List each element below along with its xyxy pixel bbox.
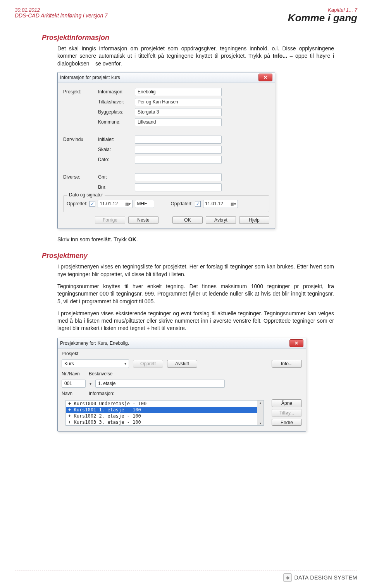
date-oppdatert[interactable]: 11.01.12▦▾ bbox=[203, 200, 238, 208]
list-item[interactable]: + Kurs1000 Underetasje - 100 bbox=[66, 401, 257, 407]
label-skala: Skala: bbox=[98, 147, 135, 152]
section1-title: Prosjektinformasjon bbox=[42, 34, 357, 42]
endre-button[interactable]: Endre bbox=[272, 419, 302, 426]
scroll-down-icon[interactable]: ▾ bbox=[259, 421, 262, 425]
footer-brand: DATA DESIGN SYSTEM bbox=[294, 574, 357, 581]
info-button[interactable]: Info... bbox=[272, 360, 302, 368]
label-beskrivelse: Beskrivelse bbox=[89, 371, 112, 377]
label-byggeplass: Byggeplass: bbox=[98, 109, 135, 115]
logo-icon: ◆ bbox=[283, 573, 292, 582]
date-signature-legend: Dato og signatur bbox=[67, 192, 105, 198]
label-dorvindu: Dør/vindu bbox=[63, 137, 98, 142]
apne-button[interactable]: Åpne bbox=[272, 399, 302, 407]
label-informasjon: Informasjon: bbox=[98, 89, 135, 95]
ok-button[interactable]: OK bbox=[172, 216, 203, 224]
section2-p2: Tegningsnummer knyttes til hver enkelt t… bbox=[57, 283, 334, 305]
input-informasjon[interactable]: Enebolig bbox=[135, 88, 222, 96]
header-product: DDS-CAD Arkitekt innføring i versjon 7 bbox=[15, 13, 108, 18]
input-kommune[interactable]: Lillesand bbox=[135, 118, 222, 126]
label-dato: Dato: bbox=[98, 157, 135, 162]
section2-p3: I prosjektmenyen vises eksisterende tegn… bbox=[57, 310, 334, 332]
label-diverse: Diverse: bbox=[63, 174, 98, 180]
label-prosjekt: Prosjekt: bbox=[63, 89, 98, 95]
opprett-button[interactable]: Opprett bbox=[133, 360, 163, 368]
tilfoy-button[interactable]: Tilføy... bbox=[272, 409, 302, 417]
label-prosjekt: Prosjekt bbox=[62, 351, 82, 356]
scroll-up-icon[interactable]: ▴ bbox=[259, 401, 262, 405]
pm-title: Prosjektmeny for: Kurs, Enebolig. bbox=[60, 340, 129, 346]
project-menu-dialog: Prosjektmeny for: Kurs, Enebolig. ✕ Pros… bbox=[57, 338, 306, 432]
chevron-down-icon[interactable]: ▾ bbox=[124, 360, 126, 368]
calendar-icon[interactable]: ▦▾ bbox=[231, 200, 236, 208]
section2-p1: I prosjektmenyen vises en tegningsliste … bbox=[57, 263, 334, 278]
input-nr[interactable]: 001 bbox=[62, 380, 86, 388]
input-tiltakshaver[interactable]: Per og Kari Hansen bbox=[135, 98, 222, 106]
label-kommune: Kommune: bbox=[98, 119, 135, 125]
footer-divider bbox=[15, 571, 357, 571]
label-oppdatert: Oppdatert: bbox=[170, 201, 193, 206]
input-byggeplass[interactable]: Storgata 3 bbox=[135, 108, 222, 116]
input-beskrivelse[interactable]: 1. etasje bbox=[95, 380, 225, 388]
scrollbar[interactable]: ▴▾ bbox=[257, 401, 264, 425]
input-bnr[interactable] bbox=[135, 183, 222, 191]
forrige-button[interactable]: Forrige bbox=[95, 216, 125, 224]
avslutt-button[interactable]: Avslutt bbox=[167, 360, 197, 368]
input-mhf[interactable]: MHF bbox=[135, 200, 154, 208]
section2-title: Prosjektmeny bbox=[42, 252, 357, 260]
mid-text: Skriv inn som foreslått. Trykk OK. bbox=[57, 236, 334, 243]
list-item[interactable]: + Kurs1003 3. etasje - 100 bbox=[66, 419, 257, 425]
combo-prosjekt[interactable]: Kurs▾ bbox=[62, 359, 129, 368]
input-initialer[interactable] bbox=[135, 136, 222, 144]
section1-paragraph: Det skal inngis informasjon om prosjekte… bbox=[57, 45, 334, 67]
list-item[interactable]: + Kurs1002 2. etasje - 100 bbox=[66, 413, 257, 419]
label-navn: Navn bbox=[62, 391, 85, 396]
label-informasjon: Informasjon: bbox=[89, 391, 114, 396]
close-icon[interactable]: ✕ bbox=[258, 74, 272, 81]
label-gnr: Gnr: bbox=[98, 174, 135, 180]
label-opprettet: Opprettet: bbox=[67, 201, 87, 206]
neste-button[interactable]: Neste bbox=[128, 216, 158, 224]
label-initialer: Initialer: bbox=[98, 137, 135, 142]
label-tiltakshaver: Tiltakshaver: bbox=[98, 99, 135, 105]
header-date: 30.01.2012 bbox=[15, 7, 108, 13]
checkbox-oppdatert[interactable]: ✓ bbox=[195, 201, 201, 207]
footer: ◆ DATA DESIGN SYSTEM bbox=[283, 573, 357, 582]
calendar-icon[interactable]: ▦▾ bbox=[125, 200, 131, 208]
close-icon[interactable]: ✕ bbox=[289, 339, 303, 347]
label-bnr: Bnr: bbox=[98, 184, 135, 190]
drawing-list[interactable]: + Kurs1000 Underetasje - 100 + Kurs1001 … bbox=[65, 400, 264, 426]
hjelp-button[interactable]: Hjelp bbox=[239, 216, 269, 224]
project-info-dialog: Informasjon for prosjekt: kurs ✕ Prosjek… bbox=[57, 72, 275, 229]
date-opprettet[interactable]: 11.01.12▦▾ bbox=[98, 200, 133, 208]
input-dato[interactable] bbox=[135, 156, 222, 164]
avbryt-button[interactable]: Avbryt bbox=[206, 216, 236, 224]
list-item[interactable]: + Kurs1001 1. etasje - 100 bbox=[66, 407, 257, 413]
dialog-title: Informasjon for prosjekt: kurs bbox=[60, 75, 120, 80]
date-signature-group: Dato og signatur Opprettet: ✓ 11.01.12▦▾… bbox=[63, 195, 269, 212]
label-nrnavn: Nr./Navn bbox=[62, 371, 85, 377]
checkbox-opprettet[interactable]: ✓ bbox=[90, 201, 95, 207]
input-skala[interactable] bbox=[135, 146, 222, 154]
header-divider bbox=[15, 25, 357, 25]
chevron-down-icon[interactable]: ▾ bbox=[90, 382, 91, 386]
input-gnr[interactable] bbox=[135, 173, 222, 181]
header-title: Komme i gang bbox=[288, 12, 357, 24]
